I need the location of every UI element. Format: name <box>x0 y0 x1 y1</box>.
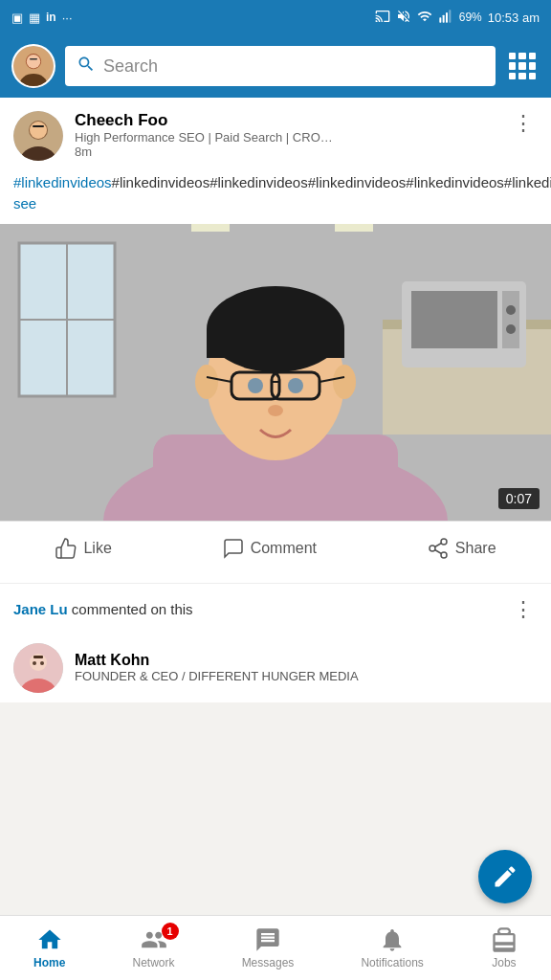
user-avatar[interactable] <box>11 44 55 88</box>
linkedin-icon: in <box>46 11 56 24</box>
messages-icon <box>254 926 281 953</box>
svg-point-45 <box>430 546 435 551</box>
svg-point-7 <box>27 55 41 69</box>
svg-point-39 <box>248 378 263 393</box>
network-badge: 1 <box>162 923 179 940</box>
svg-rect-33 <box>207 329 344 358</box>
person-card: Matt Kohn FOUNDER & CEO / DIFFERENT HUNG… <box>0 634 551 702</box>
hashtag-link[interactable]: #linkedinvideos <box>13 174 112 190</box>
svg-point-40 <box>288 378 303 393</box>
nav-messages[interactable]: Messages <box>232 921 304 975</box>
commenter-name[interactable]: Jane Lu <box>13 601 68 617</box>
svg-rect-26 <box>191 224 230 232</box>
svg-rect-13 <box>33 125 44 127</box>
svg-rect-2 <box>446 12 448 23</box>
like-label: Like <box>83 540 111 557</box>
nav-network-label: Network <box>133 956 175 969</box>
cast-icon <box>375 9 390 27</box>
wifi-icon <box>417 9 432 27</box>
see-more-link[interactable]: see <box>13 195 36 212</box>
svg-point-11 <box>30 122 47 139</box>
comment-more-icon[interactable]: ⋮ <box>509 597 538 622</box>
nav-home-label: Home <box>33 956 65 969</box>
person-title: FOUNDER & CEO / DIFFERENT HUNGER MEDIA <box>75 669 359 683</box>
svg-point-54 <box>40 661 44 665</box>
svg-point-41 <box>268 405 283 416</box>
comment-label: Comment <box>251 540 317 557</box>
comment-notice: Jane Lu commented on this ⋮ <box>0 583 551 634</box>
nav-notifications-label: Notifications <box>361 956 423 969</box>
svg-rect-1 <box>442 14 444 22</box>
nav-jobs-label: Jobs <box>492 956 516 969</box>
search-bar[interactable]: Search <box>65 46 496 86</box>
status-right: 69% 10:53 am <box>375 9 540 27</box>
post-author-avatar[interactable] <box>13 111 63 161</box>
jobs-icon <box>491 926 518 953</box>
nav-home[interactable]: Home <box>24 921 75 975</box>
comment-button[interactable]: Comment <box>207 531 332 566</box>
post-card: Cheech Foo High Performance SEO | Paid S… <box>0 98 551 575</box>
post-header: Cheech Foo High Performance SEO | Paid S… <box>0 98 551 168</box>
status-bar: ▣ ▦ in ··· 69% 10:53 am <box>0 0 551 34</box>
svg-rect-22 <box>411 291 497 348</box>
svg-point-25 <box>506 324 516 334</box>
comment-notice-text: Jane Lu commented on this <box>13 601 193 617</box>
post-user-name: Cheech Foo <box>75 111 333 130</box>
post-user-title: High Performance SEO | Paid Search | CRO… <box>75 130 333 145</box>
svg-rect-8 <box>30 58 37 60</box>
calendar-icon: ▦ <box>29 11 40 25</box>
share-label: Share <box>455 540 496 557</box>
action-bar: Like Comment Share <box>0 521 551 575</box>
svg-point-34 <box>195 365 218 399</box>
nav-notifications[interactable]: Notifications <box>351 921 432 975</box>
svg-rect-3 <box>449 10 451 22</box>
compose-fab[interactable] <box>478 850 532 903</box>
post-time: 8m <box>75 145 333 159</box>
status-left: ▣ ▦ in ··· <box>11 11 73 25</box>
share-button[interactable]: Share <box>411 531 512 566</box>
svg-point-53 <box>33 661 36 665</box>
notifications-icon <box>379 926 406 953</box>
video-thumbnail[interactable]: 0:07 <box>0 224 551 521</box>
svg-rect-52 <box>33 656 43 658</box>
person-avatar[interactable] <box>13 643 63 693</box>
svg-line-48 <box>434 543 441 546</box>
nav-network[interactable]: 1 Network <box>123 921 185 975</box>
feed: Cheech Foo High Performance SEO | Paid S… <box>0 98 551 702</box>
search-placeholder: Search <box>103 56 158 77</box>
home-icon <box>36 926 63 953</box>
post-more-icon[interactable]: ⋮ <box>509 111 538 136</box>
svg-point-44 <box>441 539 447 545</box>
svg-rect-0 <box>439 17 441 22</box>
more-status-icon: ··· <box>62 11 73 25</box>
svg-point-35 <box>333 365 356 399</box>
svg-point-46 <box>441 552 447 558</box>
post-text: #linkedinvideos#linkedinvideos#linkedinv… <box>0 168 551 224</box>
time-display: 10:53 am <box>488 11 540 25</box>
person-name: Matt Kohn <box>75 652 359 669</box>
search-icon <box>77 55 96 78</box>
nav-jobs[interactable]: Jobs <box>481 921 527 975</box>
battery-icon: 69% <box>459 11 482 24</box>
signal-icon <box>438 9 453 27</box>
like-button[interactable]: Like <box>39 531 126 566</box>
grid-menu-icon[interactable] <box>505 49 540 83</box>
video-timer: 0:07 <box>498 488 540 509</box>
top-nav: Search <box>0 34 551 98</box>
svg-line-47 <box>434 549 441 553</box>
nav-messages-label: Messages <box>242 956 295 969</box>
svg-point-24 <box>506 305 516 315</box>
svg-rect-27 <box>335 224 373 232</box>
mute-icon <box>396 9 411 27</box>
svg-rect-23 <box>502 291 519 348</box>
bottom-nav: Home 1 Network Messages Notifications Jo… <box>0 915 551 980</box>
screen-icon: ▣ <box>11 11 23 25</box>
